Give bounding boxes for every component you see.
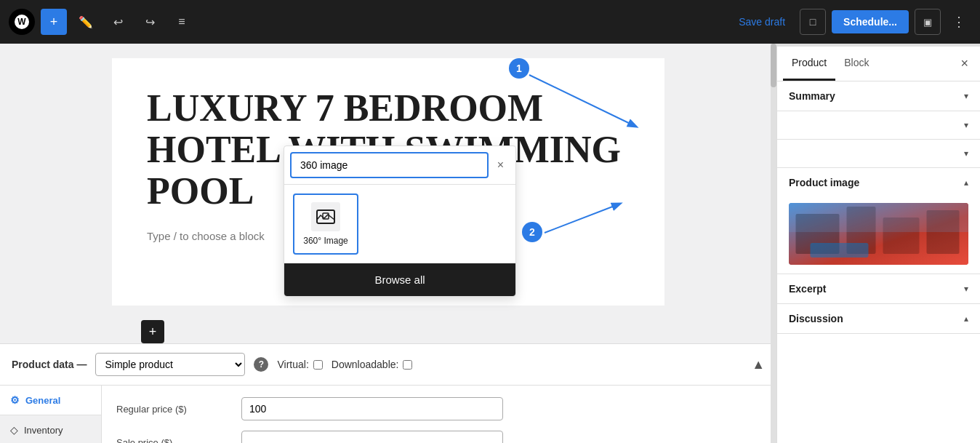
section3-chevron: ▾	[964, 148, 968, 159]
product-tabs: ⚙ General ◇ Inventory ◻ Shipping	[0, 386, 102, 443]
section2-header[interactable]: ▾	[777, 111, 980, 139]
toolbar: W + ✏️ ↩ ↪ ≡ Save draft □ Schedule... ▣ …	[0, 0, 980, 44]
settings-button[interactable]: ▣	[915, 9, 941, 35]
product-type-select[interactable]: Simple product Variable product Grouped …	[95, 353, 245, 376]
editor-area: LUXURY 7 BEDROOM HOTEL WITH SWIMMING POO…	[0, 44, 776, 443]
tab-inventory-label: Inventory	[24, 425, 63, 436]
section3-header[interactable]: ▾	[777, 140, 980, 167]
search-clear-button[interactable]: ×	[491, 159, 510, 172]
virtual-label: Virtual:	[277, 359, 308, 370]
svg-rect-9	[811, 243, 869, 258]
downloadable-checkbox[interactable]	[403, 360, 412, 370]
help-icon[interactable]: ?	[254, 357, 268, 372]
more-options-button[interactable]: ⋮	[947, 11, 971, 33]
edit-mode-button[interactable]: ✏️	[73, 9, 99, 35]
discussion-title: Discussion	[789, 313, 843, 324]
sidebar-body: Summary ▾ ▾ ▾ Product	[777, 81, 980, 443]
product-data-header: Product data — Simple product Variable p…	[0, 344, 776, 386]
regular-price-label: Regular price ($)	[116, 404, 233, 415]
sale-price-input[interactable]	[241, 431, 503, 443]
sidebar-section-product-image: Product image ▴	[777, 168, 980, 274]
sidebar-section-2: ▾	[777, 111, 980, 140]
block-360-image-label: 360° Image	[303, 236, 348, 246]
wp-logo: W	[9, 9, 35, 35]
main-layout: LUXURY 7 BEDROOM HOTEL WITH SWIMMING POO…	[0, 44, 980, 443]
block-search-input[interactable]	[290, 152, 489, 178]
sidebar-section-discussion: Discussion ▴	[777, 304, 980, 334]
excerpt-chevron: ▾	[964, 284, 968, 294]
sidebar-section-3: ▾	[777, 140, 980, 168]
schedule-button[interactable]: Schedule...	[832, 10, 909, 33]
downloadable-label: Downloadable:	[332, 359, 399, 370]
right-sidebar: Product Block × Summary ▾ ▾	[776, 44, 980, 443]
section2-chevron: ▾	[964, 120, 968, 130]
search-row: ×	[284, 146, 515, 185]
tab-general[interactable]: ⚙ General	[0, 386, 101, 415]
product-data-label: Product data —	[12, 359, 87, 370]
tab-block[interactable]: Block	[835, 47, 877, 81]
save-draft-button[interactable]: Save draft	[730, 12, 794, 32]
settings-icon: ▣	[923, 17, 932, 28]
block-item-360-image[interactable]: 360° Image	[293, 193, 358, 255]
product-image-chevron: ▴	[964, 177, 968, 188]
product-image-thumbnail[interactable]	[789, 203, 968, 265]
preview-button[interactable]: □	[800, 9, 826, 35]
add-block-row: +	[112, 320, 776, 343]
svg-rect-10	[789, 203, 968, 232]
list-view-button[interactable]: ≡	[169, 9, 195, 35]
product-data-collapse-button[interactable]: ▲	[752, 357, 765, 372]
sale-price-label: Sale price ($)	[116, 437, 233, 444]
general-icon: ⚙	[10, 394, 20, 406]
product-image-title: Product image	[789, 177, 859, 188]
redo-button[interactable]: ↪	[137, 9, 163, 35]
excerpt-header[interactable]: Excerpt ▾	[777, 274, 980, 303]
summary-chevron: ▾	[964, 91, 968, 101]
discussion-header[interactable]: Discussion ▴	[777, 304, 980, 333]
sidebar-section-excerpt: Excerpt ▾	[777, 274, 980, 304]
product-data-section: Product data — Simple product Variable p…	[0, 343, 776, 443]
sidebar-section-summary: Summary ▾	[777, 81, 980, 111]
virtual-checkbox[interactable]	[313, 360, 323, 370]
product-tab-content: Regular price ($) Sale price ($) Schedul…	[102, 386, 776, 443]
undo-button[interactable]: ↩	[105, 9, 131, 35]
product-image-header[interactable]: Product image ▴	[777, 168, 980, 197]
regular-price-row: Regular price ($)	[116, 397, 762, 420]
add-block-button[interactable]: +	[141, 320, 164, 343]
svg-text:W: W	[17, 17, 26, 27]
tab-inventory[interactable]: ◇ Inventory	[0, 415, 101, 443]
block-360-image-icon	[311, 202, 340, 231]
regular-price-input[interactable]	[241, 397, 503, 420]
inventory-icon: ◇	[10, 424, 18, 436]
product-image-container	[777, 197, 980, 274]
tab-product[interactable]: Product	[783, 47, 835, 81]
browse-all-button[interactable]: Browse all	[284, 263, 515, 296]
downloadable-row: Downloadable:	[332, 359, 413, 370]
sidebar-tabs: Product Block ×	[777, 47, 980, 81]
product-data-body: ⚙ General ◇ Inventory ◻ Shipping Regular…	[0, 386, 776, 443]
summary-header[interactable]: Summary ▾	[777, 81, 980, 111]
block-results: 360° Image	[284, 185, 515, 263]
excerpt-title: Excerpt	[789, 283, 826, 295]
summary-title: Summary	[789, 90, 835, 102]
preview-icon: □	[810, 16, 816, 28]
block-inserter-popup: × 360° Image Browse all	[284, 145, 516, 297]
sidebar-close-button[interactable]: ×	[955, 53, 974, 74]
discussion-chevron: ▴	[964, 314, 968, 324]
sale-price-row: Sale price ($)	[116, 431, 762, 443]
add-block-toolbar-button[interactable]: +	[41, 9, 67, 35]
virtual-row: Virtual:	[277, 359, 322, 370]
tab-general-label: General	[25, 395, 60, 406]
